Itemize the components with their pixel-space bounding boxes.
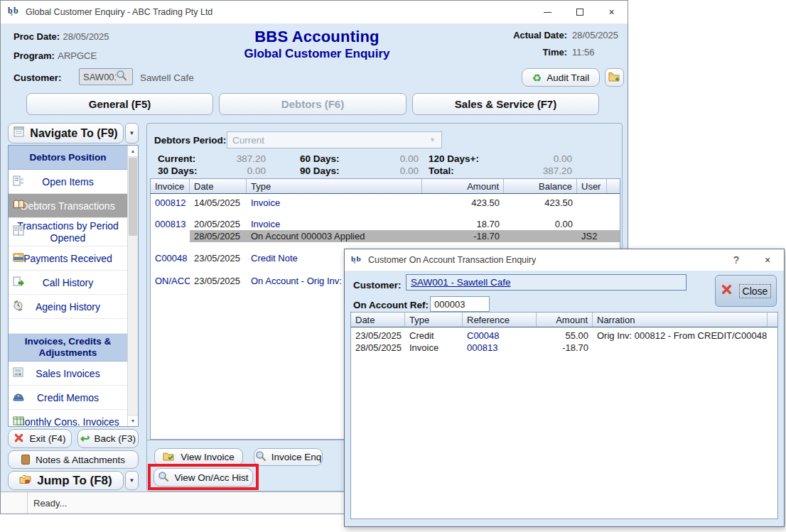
summary-90days-value: 0.00 (367, 165, 419, 176)
col-user[interactable]: User (577, 179, 607, 193)
debtors-period-value: Current (232, 135, 264, 146)
jump-to-label: Jump To (F8) (37, 474, 112, 488)
folder-check-icon (163, 452, 175, 463)
table-row[interactable]: 23/05/2025 Credit C00048 55.00 Orig Inv:… (351, 330, 777, 342)
col-date[interactable]: Date (190, 179, 247, 193)
sidebar-item-open-items[interactable]: Open Items (9, 170, 127, 194)
navigate-to-label: Navigate To (F9) (30, 127, 117, 140)
navigate-to-dropdown[interactable]: ▼ (125, 123, 139, 143)
maximize-button[interactable] (564, 1, 596, 23)
sidebar-item-call-history[interactable]: Call History (9, 271, 127, 295)
actual-date-value: 28/05/2025 (572, 30, 619, 40)
svg-text:s: s (354, 259, 356, 264)
table-row[interactable]: 28/05/2025 Invoice 000813 -18.70 (351, 342, 777, 354)
table-row[interactable]: 000812 14/05/2025 Invoice 423.50 423.50 (151, 197, 620, 209)
sidebar-item-monthly-cons-invoices[interactable]: Monthly Cons. Invoices (9, 410, 127, 427)
tab-debtors: Debtors (F6) (219, 93, 407, 115)
proc-date-value: 28/05/2025 (63, 31, 109, 42)
sidebar-list: Debtors Position Open Items Debtors Tran… (8, 145, 139, 427)
invoice-enquiry-button[interactable]: Invoice Enq (254, 448, 323, 466)
col-reference[interactable]: Reference (463, 313, 537, 327)
summary-current-label: Current: (158, 153, 195, 164)
summary-90days-label: 90 Days: (300, 165, 340, 176)
payment-card-icon (13, 253, 24, 264)
svg-text:s: s (11, 11, 13, 16)
sidebar-item-credit-memos[interactable]: Credit Memos (9, 386, 127, 410)
scroll-down-icon[interactable]: ▼ (128, 415, 138, 426)
back-button[interactable]: ↩ Back (F3) (77, 429, 139, 448)
table-row-on-account-applied[interactable]: 28/05/2025 On Account 000003 Applied -18… (151, 230, 620, 242)
sidebar-item-debtors-transactions[interactable]: Debtors Transactions (9, 194, 127, 218)
sidebar-item-ageing-history[interactable]: Ageing History (9, 295, 127, 319)
audit-trail-label: Audit Trail (547, 72, 589, 83)
dialog-close-button[interactable]: × (751, 254, 784, 266)
col-balance[interactable]: Balance (504, 179, 577, 193)
notes-label: Notes & Attachments (36, 455, 125, 465)
debtors-period-label: Debtors Period: (154, 135, 226, 146)
open-folder-button[interactable] (605, 68, 624, 87)
on-account-ref-input[interactable] (431, 297, 489, 311)
time-label: Time: (543, 47, 567, 58)
header-left: Proc Date: 28/05/2025 Program: ARPGCE (14, 30, 109, 68)
jump-to-button[interactable]: Jump To (F8) (8, 471, 124, 490)
table-grid-icon (13, 416, 24, 428)
chevron-down-icon: ▼ (129, 477, 135, 484)
dialog-table-header: Date Type Reference Amount Narration (351, 313, 777, 327)
red-x-icon (721, 283, 733, 298)
col-type[interactable]: Type (247, 179, 422, 193)
on-account-ref-field[interactable] (430, 296, 490, 312)
dialog-customer-field[interactable]: SAW001 - Sawtell Cafe (406, 274, 687, 291)
close-button[interactable]: × (596, 1, 628, 23)
customer-link[interactable]: SAW001 - Sawtell Cafe (411, 277, 511, 288)
col-amount[interactable]: Amount (537, 313, 593, 327)
red-x-icon (14, 433, 24, 445)
help-button[interactable]: ? (721, 254, 751, 266)
page-title: Global Customer Enquiry (178, 47, 456, 61)
summary-60days-value: 0.00 (367, 153, 419, 164)
clock-history-icon (13, 300, 23, 313)
notes-attachments-button[interactable]: Notes & Attachments (8, 450, 139, 469)
sidebar-item-payments-received[interactable]: Payments Received (9, 246, 127, 271)
audit-trail-button[interactable]: ♻ Audit Trail (522, 68, 600, 87)
col-amount[interactable]: Amount (422, 179, 504, 193)
main-titlebar: bsb Global Customer Enquiry - ABC Tradin… (1, 1, 628, 24)
chevron-down-icon: ▼ (129, 130, 135, 136)
tab-sales-service[interactable]: Sales & Service (F7) (412, 93, 599, 115)
svg-text:b: b (357, 254, 361, 263)
close-label: Close (739, 284, 772, 298)
ledger-book-icon (13, 225, 24, 239)
header-center: BBS Accounting Global Customer Enquiry (178, 28, 456, 61)
program-value: ARPGCE (58, 50, 97, 61)
header-right: Actual Date: 28/05/2025 Time: 11:56 (513, 30, 619, 64)
close-button-dialog[interactable]: Close (715, 275, 777, 307)
app-title: BBS Accounting (178, 28, 456, 46)
col-type[interactable]: Type (405, 313, 463, 327)
customer-code-input[interactable] (83, 72, 116, 82)
summary-30days-label: 30 Days: (158, 165, 198, 176)
summary-30days-value: 0.00 (215, 165, 266, 176)
sidebar-item-transactions-by-period[interactable]: Transactions by Period Opened (9, 218, 127, 246)
sidebar-item-sales-invoices[interactable]: Sales Invoices (9, 362, 127, 386)
table-row[interactable]: 000813 20/05/2025 Invoice 18.70 0.00 (151, 218, 620, 230)
search-icon[interactable] (116, 70, 127, 84)
col-narration[interactable]: Narration (593, 313, 768, 327)
minimize-button[interactable] (532, 1, 564, 23)
col-date[interactable]: Date (351, 313, 405, 327)
maximize-icon (576, 9, 583, 16)
navigate-to-button[interactable]: Navigate To (F9) (8, 123, 124, 143)
chevron-down-icon: ▼ (429, 136, 436, 143)
jump-to-dropdown[interactable]: ▼ (125, 471, 139, 490)
bbs-logo-icon: bsb (8, 5, 20, 19)
scrollbar-thumb[interactable] (129, 158, 137, 236)
desktop: bsb Global Customer Enquiry - ABC Tradin… (0, 0, 786, 532)
sidebar-spacer (9, 319, 127, 334)
exit-button[interactable]: Exit (F4) (8, 429, 72, 448)
sidebar-scrollbar[interactable]: ▲ ▼ (127, 146, 138, 426)
tab-general[interactable]: General (F5) (26, 93, 213, 115)
close-icon: × (608, 7, 614, 17)
customer-code-field[interactable] (79, 68, 133, 85)
on-account-table: Date Type Reference Amount Narration 23/… (350, 312, 778, 519)
time-value: 11:56 (572, 47, 619, 58)
col-invoice[interactable]: Invoice (151, 179, 190, 193)
scroll-up-icon[interactable]: ▲ (128, 146, 138, 157)
